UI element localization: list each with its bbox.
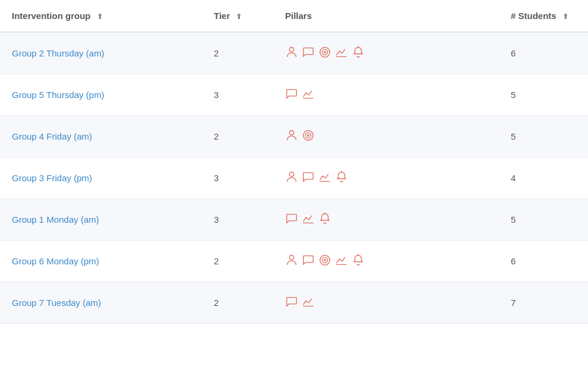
- svg-point-8: [304, 131, 314, 141]
- chat-icon: [285, 212, 298, 225]
- students-cell: 6: [499, 32, 588, 74]
- col-header-pillars-label: Pillars: [285, 11, 312, 21]
- bell-icon: [352, 254, 365, 267]
- svg-point-11: [289, 172, 293, 176]
- group-link[interactable]: Group 4 Friday (am): [12, 131, 92, 141]
- pillars-cell: [273, 199, 499, 241]
- group-link[interactable]: Group 6 Monday (pm): [12, 256, 99, 266]
- table-row: Group 2 Thursday (am)2 6: [0, 32, 588, 74]
- bell-icon: [352, 46, 365, 59]
- person-icon: [285, 46, 298, 59]
- svg-point-2: [322, 49, 327, 55]
- col-header-students[interactable]: # Students ⬆: [499, 0, 588, 32]
- chart-icon: [318, 170, 331, 184]
- svg-point-1: [320, 48, 330, 58]
- table-header-row: Intervention group ⬆ Tier ⬆ Pillars # St…: [0, 0, 588, 32]
- person-icon: [285, 254, 298, 267]
- pillars-cell: [273, 282, 499, 324]
- chart-icon: [302, 295, 315, 308]
- students-cell: 5: [499, 199, 588, 241]
- target-icon: [318, 46, 331, 59]
- svg-point-7: [289, 131, 293, 135]
- svg-point-17: [320, 255, 330, 266]
- svg-point-9: [305, 132, 311, 138]
- svg-point-10: [308, 135, 309, 137]
- group-link[interactable]: Group 1 Monday (am): [12, 214, 99, 225]
- bell-icon: [318, 212, 331, 225]
- group-link[interactable]: Group 2 Thursday (am): [12, 48, 105, 58]
- svg-point-0: [289, 48, 293, 52]
- bell-icon: [335, 170, 348, 184]
- chat-icon: [302, 46, 315, 59]
- col-header-students-label: # Students: [511, 11, 557, 21]
- pillars-cell: [273, 157, 499, 199]
- chat-icon: [302, 170, 315, 184]
- col-header-tier[interactable]: Tier ⬆: [202, 0, 273, 32]
- group-link[interactable]: Group 7 Tuesday (am): [12, 298, 101, 308]
- tier-cell: 3: [202, 74, 273, 116]
- chat-icon: [285, 295, 298, 308]
- group-link[interactable]: Group 3 Friday (pm): [12, 173, 92, 183]
- group-cell: Group 4 Friday (am): [0, 116, 202, 157]
- table-row: Group 7 Tuesday (am)2 7: [0, 282, 588, 324]
- pillars-cell: [273, 241, 499, 282]
- group-cell: Group 1 Monday (am): [0, 199, 202, 241]
- pillars-cell: [273, 74, 499, 116]
- sort-icon-group[interactable]: ⬆: [97, 12, 103, 21]
- tier-cell: 3: [202, 199, 273, 241]
- target-icon: [318, 254, 331, 267]
- table-row: Group 3 Friday (pm)3 4: [0, 157, 588, 199]
- students-cell: 5: [499, 74, 588, 116]
- target-icon: [302, 129, 315, 142]
- pillars-cell: [273, 116, 499, 157]
- students-cell: 6: [499, 241, 588, 282]
- tier-cell: 2: [202, 116, 273, 157]
- group-cell: Group 3 Friday (pm): [0, 157, 202, 199]
- group-cell: Group 5 Thursday (pm): [0, 74, 202, 116]
- table-row: Group 1 Monday (am)3 5: [0, 199, 588, 241]
- person-icon: [285, 129, 298, 142]
- group-link[interactable]: Group 5 Thursday (pm): [12, 90, 105, 100]
- chat-icon: [285, 87, 298, 100]
- tier-cell: 2: [202, 32, 273, 74]
- table-row: Group 4 Friday (am)2 5: [0, 116, 588, 157]
- svg-point-18: [322, 257, 327, 263]
- tier-cell: 2: [202, 282, 273, 324]
- col-header-pillars: Pillars: [273, 0, 499, 32]
- svg-point-3: [324, 52, 326, 53]
- group-cell: Group 6 Monday (pm): [0, 241, 202, 282]
- chart-icon: [335, 46, 348, 59]
- chart-icon: [302, 87, 315, 100]
- sort-icon-tier[interactable]: ⬆: [236, 12, 242, 21]
- pillars-cell: [273, 32, 499, 74]
- svg-point-16: [289, 255, 293, 260]
- col-header-group-label: Intervention group: [12, 11, 91, 21]
- table-row: Group 6 Monday (pm)2 6: [0, 241, 588, 282]
- chart-icon: [335, 254, 348, 267]
- chart-icon: [302, 212, 315, 225]
- students-cell: 7: [499, 282, 588, 324]
- group-cell: Group 7 Tuesday (am): [0, 282, 202, 324]
- person-icon: [285, 170, 298, 184]
- tier-cell: 2: [202, 241, 273, 282]
- col-header-tier-label: Tier: [214, 11, 230, 21]
- tier-cell: 3: [202, 157, 273, 199]
- group-cell: Group 2 Thursday (am): [0, 32, 202, 74]
- svg-point-19: [324, 260, 326, 261]
- students-cell: 4: [499, 157, 588, 199]
- sort-icon-students[interactable]: ⬆: [562, 12, 568, 21]
- col-header-group[interactable]: Intervention group ⬆: [0, 0, 202, 32]
- chat-icon: [302, 254, 315, 267]
- table-row: Group 5 Thursday (pm)3 5: [0, 74, 588, 116]
- intervention-groups-table: Intervention group ⬆ Tier ⬆ Pillars # St…: [0, 0, 588, 379]
- students-cell: 5: [499, 116, 588, 157]
